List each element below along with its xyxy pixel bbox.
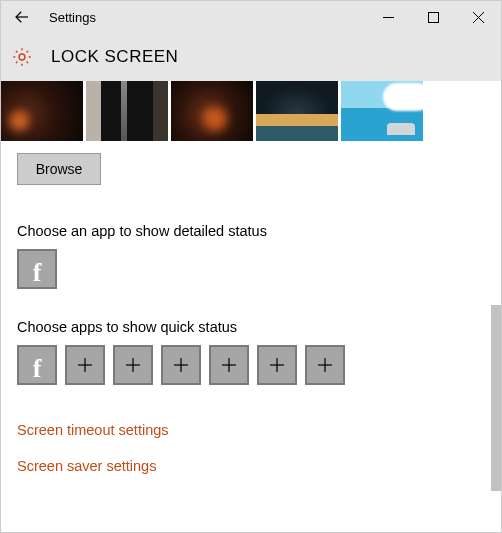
gear-icon <box>11 46 33 68</box>
plus-icon <box>173 357 189 373</box>
svg-rect-2 <box>429 12 439 22</box>
scrollbar-thumb[interactable] <box>491 305 501 491</box>
detailed-status-row: f <box>17 249 485 289</box>
maximize-button[interactable] <box>411 1 456 33</box>
add-quick-status-tile[interactable] <box>305 345 345 385</box>
add-quick-status-tile[interactable] <box>65 345 105 385</box>
detailed-status-app-tile[interactable]: f <box>17 249 57 289</box>
browse-button[interactable]: Browse <box>17 153 101 185</box>
screen-saver-link[interactable]: Screen saver settings <box>17 458 156 474</box>
add-quick-status-tile[interactable] <box>257 345 297 385</box>
link-row: Screen timeout settings <box>17 421 485 439</box>
svg-point-5 <box>19 54 25 60</box>
link-row: Screen saver settings <box>17 457 485 475</box>
minimize-button[interactable] <box>366 1 411 33</box>
quick-status-label: Choose apps to show quick status <box>17 319 485 335</box>
add-quick-status-tile[interactable] <box>113 345 153 385</box>
background-thumbnail[interactable] <box>256 81 338 141</box>
close-button[interactable] <box>456 1 501 33</box>
background-thumbnail[interactable] <box>86 81 168 141</box>
plus-icon <box>317 357 333 373</box>
window-controls <box>366 1 501 33</box>
window-title: Settings <box>49 10 96 25</box>
quick-status-row: f <box>17 345 485 385</box>
add-quick-status-tile[interactable] <box>209 345 249 385</box>
facebook-icon: f <box>33 260 42 286</box>
background-thumbnail[interactable] <box>1 81 83 141</box>
back-button[interactable] <box>7 2 37 32</box>
background-thumbnail[interactable] <box>341 81 423 141</box>
plus-icon <box>221 357 237 373</box>
add-quick-status-tile[interactable] <box>161 345 201 385</box>
screen-timeout-link[interactable]: Screen timeout settings <box>17 422 169 438</box>
page-title: LOCK SCREEN <box>51 47 178 67</box>
plus-icon <box>77 357 93 373</box>
detailed-status-label: Choose an app to show detailed status <box>17 223 485 239</box>
page-header: LOCK SCREEN <box>1 33 501 81</box>
plus-icon <box>125 357 141 373</box>
background-thumbnails <box>1 81 485 141</box>
facebook-icon: f <box>33 356 42 382</box>
plus-icon <box>269 357 285 373</box>
title-bar: Settings <box>1 1 501 33</box>
background-thumbnail[interactable] <box>171 81 253 141</box>
quick-status-app-tile[interactable]: f <box>17 345 57 385</box>
content-area: Browse Choose an app to show detailed st… <box>1 81 501 491</box>
